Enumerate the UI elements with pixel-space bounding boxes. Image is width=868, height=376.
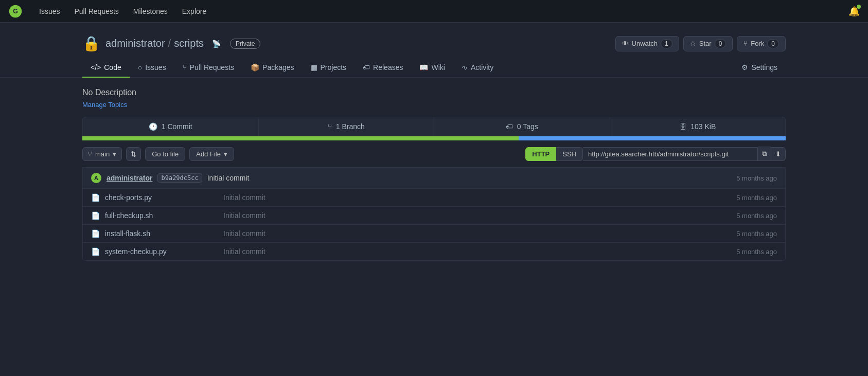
site-logo[interactable]: G [8,4,23,19]
tab-code[interactable]: </> Code [82,58,130,78]
file-name-link[interactable]: full-checkup.sh [105,211,208,220]
repo-size: 103 KiB [690,122,716,131]
download-button[interactable]: ⬇ [771,147,786,161]
nav-milestones[interactable]: Milestones [127,3,174,20]
copy-url-button[interactable]: ⧉ [758,147,771,161]
branches-stat[interactable]: ⑂ 1 Branch [259,117,435,136]
nav-issues[interactable]: Issues [33,3,66,20]
branch-selector[interactable]: ⑂ main ▾ [82,147,122,161]
tags-count: 0 Tags [517,122,538,131]
tab-releases-label: Releases [373,63,403,71]
branch-controls: ⑂ main ▾ ⇅ Go to file Add File ▾ HTTP SS… [82,140,786,167]
branches-icon: ⑂ [328,122,332,131]
repo-tabs: </> Code ○ Issues ⑂ Pull Requests 📦 Pack… [0,58,868,78]
star-button[interactable]: ☆ Star 0 [683,36,733,51]
add-file-button[interactable]: Add File ▾ [189,147,234,161]
file-icon: 📄 [91,247,100,256]
eye-off-icon: 👁 [622,40,629,47]
tab-projects-label: Projects [321,63,347,71]
clone-url-input[interactable] [583,147,758,161]
commits-stat[interactable]: 🕐 1 Commit [83,117,259,136]
star-count: 0 [715,39,727,48]
packages-icon: 📦 [251,63,259,71]
file-name-link[interactable]: system-checkup.py [105,247,208,256]
pr-icon: ⑂ [183,63,187,71]
tags-icon: 🏷 [506,122,513,131]
tab-settings[interactable]: ⚙ Settings [733,58,786,78]
file-icon: 📄 [91,193,100,202]
tab-activity-label: Activity [471,63,493,71]
tab-activity[interactable]: ∿ Activity [453,58,502,78]
http-button[interactable]: HTTP [525,147,556,161]
releases-icon: 🏷 [363,63,370,71]
table-row: 📄 check-ports.py Initial commit 5 months… [83,189,785,207]
file-name-link[interactable]: install-flask.sh [105,229,208,238]
tab-issues[interactable]: ○ Issues [130,58,174,78]
commit-hash[interactable]: b9a29dc5cc [157,173,202,183]
table-row: 📄 full-checkup.sh Initial commit 5 month… [83,207,785,225]
tags-stat[interactable]: 🏷 0 Tags [434,117,610,136]
table-row: 📄 system-checkup.py Initial commit 5 mon… [83,243,785,260]
top-navigation: G Issues Pull Requests Milestones Explor… [0,0,868,23]
settings-icon: ⚙ [741,63,748,71]
repo-content: No Description Manage Topics 🕐 1 Commit … [0,78,868,271]
notification-bell[interactable]: 🔔 [848,6,860,17]
tab-wiki-label: Wiki [431,63,445,71]
fork-button[interactable]: ⑂ Fork 0 [737,36,786,51]
tab-projects[interactable]: ▦ Projects [303,58,355,78]
repo-name-link[interactable]: scripts [174,38,204,49]
unwatch-button[interactable]: 👁 Unwatch 1 [615,36,679,51]
file-time: 5 months ago [736,248,777,256]
commit-author-link[interactable]: administrator [107,174,152,182]
branches-count: 1 Branch [336,122,365,131]
file-name-link[interactable]: check-ports.py [105,193,208,202]
star-icon: ☆ [690,40,696,47]
file-commit-msg: Initial commit [223,211,731,220]
breadcrumb-slash: / [168,38,171,49]
commits-count: 1 Commit [162,122,192,131]
ssh-button[interactable]: SSH [556,147,583,161]
tab-packages[interactable]: 📦 Packages [242,58,302,78]
file-icon: 📄 [91,229,100,238]
commit-author-avatar: A [91,173,101,183]
manage-topics-link[interactable]: Manage Topics [82,101,127,109]
file-icon: 📄 [91,211,100,220]
tab-releases[interactable]: 🏷 Releases [355,58,411,78]
wiki-icon: 📖 [419,63,428,71]
issues-icon: ○ [138,63,142,71]
owner-link[interactable]: administrator [105,38,165,49]
file-time: 5 months ago [736,194,777,202]
fork-icon: ⑂ [743,40,748,47]
fork-label: Fork [751,40,764,47]
add-file-label: Add File [196,150,221,158]
progress-python [82,136,519,140]
tab-pull-requests[interactable]: ⑂ Pull Requests [174,58,242,78]
nav-explore[interactable]: Explore [176,3,212,20]
latest-commit-row: A administrator b9a29dc5cc Initial commi… [83,168,785,189]
size-stat: 🗄 103 KiB [610,117,786,136]
repo-title: 🔒 administrator / scripts 📡 Private [82,35,260,52]
activity-icon: ∿ [462,63,468,71]
tab-issues-label: Issues [145,63,166,71]
compare-icon: ⇅ [131,150,136,158]
notification-dot [857,5,861,9]
code-icon: </> [91,63,101,71]
table-row: 📄 install-flask.sh Initial commit 5 mont… [83,225,785,243]
file-commit-msg: Initial commit [223,193,731,202]
projects-icon: ▦ [311,63,317,71]
branch-name: main [95,150,110,158]
compare-button[interactable]: ⇅ [126,147,141,161]
nav-pull-requests[interactable]: Pull Requests [68,3,125,20]
file-commit-msg: Initial commit [223,247,731,256]
goto-file-button[interactable]: Go to file [145,147,185,161]
commit-time: 5 months ago [736,174,777,182]
lock-icon: 🔒 [82,35,100,52]
top-nav-right: 🔔 [848,6,860,17]
file-time: 5 months ago [736,212,777,220]
progress-shell [519,136,786,140]
tab-wiki[interactable]: 📖 Wiki [411,58,453,78]
branch-icon: ⑂ [88,150,92,158]
rss-icon[interactable]: 📡 [212,40,221,48]
commits-icon: 🕐 [149,122,157,131]
repo-header: 🔒 administrator / scripts 📡 Private 👁 Un… [0,23,868,52]
